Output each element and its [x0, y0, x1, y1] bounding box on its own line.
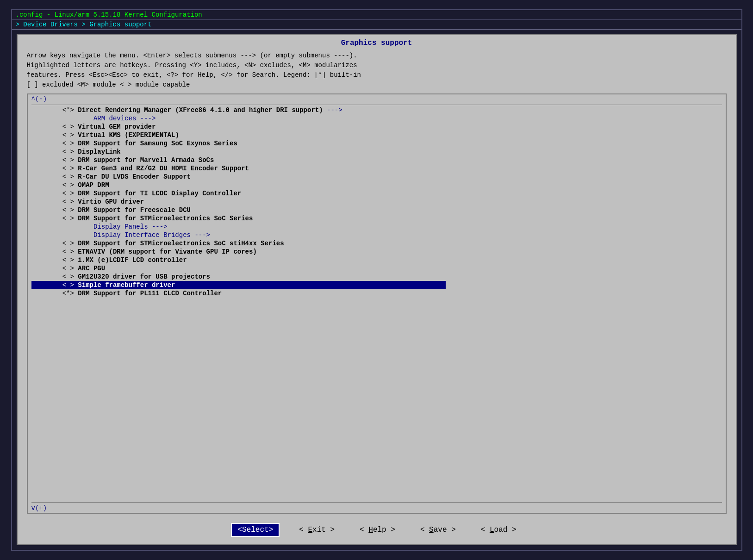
breadcrumb-text: > Device Drivers > Graphics support	[16, 21, 152, 28]
breadcrumb-bar: > Device Drivers > Graphics support	[12, 20, 741, 30]
exit-label: < Exit >	[299, 526, 335, 534]
instruction-line-1: Arrow keys navigate the menu. <Enter> se…	[27, 51, 727, 61]
instruction-line-3: features. Press <Esc><Esc> to exit, <?> …	[27, 70, 727, 80]
load-label: < Load >	[481, 526, 517, 534]
save-button[interactable]: < Save >	[415, 524, 461, 536]
menu-list: <*> Direct Rendering Manager (XFree86 4.…	[28, 106, 726, 501]
menu-item-samsung-soc[interactable]: < > DRM Support for Samsung SoC Exynos S…	[31, 139, 722, 148]
select-label: <Select>	[237, 526, 273, 534]
menu-item-simple-fb[interactable]: < > Simple framebuffer driver	[31, 281, 446, 289]
instruction-line-4: [ ] excluded <M> module < > module capab…	[27, 80, 727, 90]
menu-item-etnaviv[interactable]: < > ETNAVIV (DRM support for Vivante GPU…	[31, 248, 722, 256]
menu-item-arm-devices[interactable]: ARM devices --->	[31, 114, 722, 123]
scroll-bottom: v(+)	[28, 504, 726, 513]
menu-item-imx-lcdif[interactable]: < > i.MX (e)LCDIF LCD controller	[31, 256, 722, 264]
menu-item-virtio-gpu[interactable]: < > Virtio GPU driver	[31, 198, 722, 206]
menu-item-freescale-dcu[interactable]: < > DRM Support for Freescale DCU	[31, 206, 722, 214]
instruction-line-2: Highlighted letters are hotkeys. Pressin…	[27, 61, 727, 70]
menu-item-ti-lcdc[interactable]: < > DRM Support for TI LCDC Display Cont…	[31, 189, 722, 198]
select-button[interactable]: <Select>	[231, 523, 280, 537]
menu-item-displaylink[interactable]: < > DisplayLink	[31, 148, 722, 156]
menu-item-display-bridges[interactable]: Display Interface Bridges --->	[31, 231, 722, 239]
menu-item-arc-pgu[interactable]: < > ARC PGU	[31, 264, 722, 273]
menu-item-stmicro-soc[interactable]: < > DRM Support for STMicroelectronics S…	[31, 214, 722, 223]
menu-item-marvell-armada[interactable]: < > DRM support for Marvell Armada SoCs	[31, 156, 722, 164]
menu-item-rcar-hdmi[interactable]: < > R-Car Gen3 and RZ/G2 DU HDMI Encoder…	[31, 164, 722, 173]
menu-item-virtual-gem[interactable]: < > Virtual GEM provider	[31, 123, 722, 131]
main-content: Graphics support Arrow keys navigate the…	[17, 34, 737, 545]
menu-item-omap-drm[interactable]: < > OMAP DRM	[31, 181, 722, 189]
scroll-top: ^(-)	[28, 94, 726, 104]
menu-container: ^(-) <*> Direct Rendering Manager (XFree…	[27, 93, 727, 514]
dialog-title: Graphics support	[18, 35, 736, 49]
title-bar: .config - Linux/arm 5.15.18 Kernel Confi…	[12, 10, 741, 20]
divider-top	[31, 105, 722, 105]
save-label: < Save >	[420, 526, 456, 534]
menu-item-drm[interactable]: <*> Direct Rendering Manager (XFree86 4.…	[31, 106, 722, 114]
help-label: < Help >	[360, 526, 395, 534]
title-text: .config - Linux/arm 5.15.18 Kernel Confi…	[16, 11, 202, 19]
menu-item-gm12u320[interactable]: < > GM12U320 driver for USB projectors	[31, 273, 722, 281]
button-bar: <Select> < Exit > < Help > < Save > < Lo…	[18, 516, 736, 544]
help-button[interactable]: < Help >	[354, 524, 401, 536]
load-button[interactable]: < Load >	[475, 524, 522, 536]
instructions-block: Arrow keys navigate the menu. <Enter> se…	[18, 49, 736, 92]
menu-item-virtual-kms[interactable]: < > Virtual KMS (EXPERIMENTAL)	[31, 131, 722, 139]
menu-item-rcar-lvds[interactable]: < > R-Car DU LVDS Encoder Support	[31, 173, 722, 181]
divider-bottom	[31, 502, 722, 503]
terminal-window: .config - Linux/arm 5.15.18 Kernel Confi…	[11, 9, 742, 551]
menu-item-pl111-clcd[interactable]: <*> DRM Support for PL111 CLCD Controlle…	[31, 289, 722, 298]
menu-item-display-panels[interactable]: Display Panels --->	[31, 223, 722, 231]
exit-button[interactable]: < Exit >	[293, 524, 340, 536]
menu-item-stmicro-stih4xx[interactable]: < > DRM Support for STMicroelectronics S…	[31, 239, 722, 248]
